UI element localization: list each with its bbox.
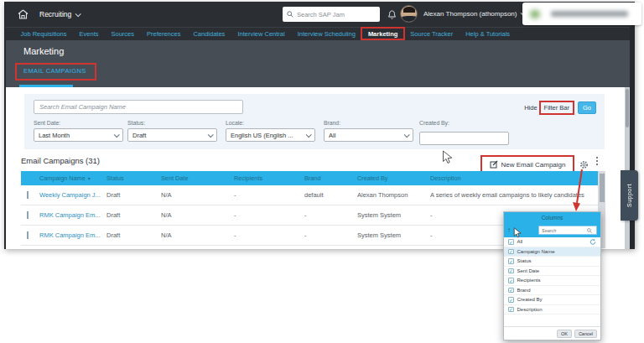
row-checkbox[interactable] (27, 231, 29, 239)
user-name-label: Alexan Thompson (athompson) (423, 10, 517, 18)
nav-tab-interview-central[interactable]: Interview Central (231, 30, 291, 38)
column-sent-date[interactable]: Sent Date (161, 174, 234, 182)
jam-search-input[interactable]: Search SAP Jam (283, 7, 380, 22)
nav-tab-help-tutorials[interactable]: Help & Tutorials (460, 30, 517, 38)
search-icon (587, 228, 592, 233)
column-option-label: Sent Date (517, 268, 540, 273)
column-option-label: Created By (517, 297, 543, 302)
columns-popup-toolbar: ↑ ↓ (504, 223, 600, 237)
cell-sent-date: N/A (161, 191, 234, 199)
checkbox-checked-icon[interactable] (508, 288, 514, 294)
page-scrollbar[interactable] (625, 87, 630, 249)
move-down-icon[interactable]: ↓ (514, 227, 517, 234)
column-option-description[interactable]: Description (504, 305, 600, 315)
column-brand[interactable]: Brand (304, 174, 357, 182)
reset-icon[interactable] (589, 239, 596, 245)
column-option-sent-date[interactable]: Sent Date (504, 267, 600, 277)
user-avatar[interactable] (400, 5, 418, 23)
cell-created-by: System System (357, 211, 430, 219)
checkbox-checked-icon[interactable] (508, 249, 514, 255)
column-created-by[interactable]: Created By (357, 174, 430, 182)
module-label: Recruiting (39, 10, 71, 18)
cell-status: Draft (106, 211, 161, 219)
go-button[interactable]: Go (578, 101, 596, 114)
checkbox-checked-icon[interactable] (508, 297, 514, 303)
column-option-recipients[interactable]: Recipients (504, 276, 600, 286)
table-header-row: Campaign Name▾ Status Sent Date Recipien… (21, 171, 598, 185)
sent-date-field: Sent Date: Last Month (34, 120, 123, 142)
row-checkbox[interactable] (27, 191, 29, 199)
column-option-created-by[interactable]: Created By (504, 295, 600, 305)
sent-date-value: Last Month (39, 132, 114, 139)
hide-filter-bar-button[interactable]: Hide Filter Bar (524, 101, 574, 115)
brand-select[interactable]: All (324, 128, 413, 142)
nav-tab-sources[interactable]: Sources (105, 30, 141, 38)
row-checkbox[interactable] (27, 211, 29, 219)
checkbox-checked-icon[interactable] (508, 258, 514, 264)
checkbox-checked-icon[interactable] (508, 268, 514, 274)
user-menu[interactable]: Alexan Thompson (athompson) (423, 10, 525, 18)
cancel-button[interactable]: Cancel (574, 330, 597, 338)
column-option-label: All (517, 239, 523, 244)
nav-tab-candidates[interactable]: Candidates (187, 30, 231, 38)
cell-status: Draft (106, 231, 161, 239)
nav-tab-interview-scheduling[interactable]: Interview Scheduling (291, 30, 361, 38)
campaign-name-link[interactable]: Weekly Campaign J... (39, 191, 106, 199)
search-icon (287, 11, 293, 18)
column-option-all[interactable]: All (504, 237, 600, 247)
column-option-campaign-name[interactable]: Campaign Name (504, 247, 600, 257)
checkbox-checked-icon[interactable] (508, 239, 514, 245)
ok-button[interactable]: OK (557, 330, 572, 338)
nav-tab-marketing-label: Marketing (368, 30, 397, 38)
cell-brand: - (304, 211, 357, 219)
chevron-down-icon (75, 11, 81, 17)
module-nav: Job Requisitions Events Sources Preferen… (6, 27, 630, 40)
nav-tab-source-tracker[interactable]: Source Tracker (404, 30, 460, 38)
nav-tab-job-requisitions[interactable]: Job Requisitions (14, 30, 73, 38)
created-by-input[interactable] (419, 132, 509, 145)
column-recipients[interactable]: Recipients (234, 174, 304, 182)
screenshot-canvas: Recruiting Search SAP Jam Alexan Thompso… (0, 0, 644, 343)
columns-popup-footer: OK Cancel (504, 326, 600, 340)
overflow-menu-icon[interactable] (594, 157, 600, 165)
home-icon[interactable] (18, 8, 29, 20)
table-row: Weekly Campaign J... Draft N/A - default… (21, 185, 598, 205)
sent-date-label: Sent Date: (34, 120, 123, 126)
sent-date-select[interactable]: Last Month (34, 128, 123, 142)
campaign-name-search-input[interactable] (34, 100, 243, 114)
columns-search-input[interactable] (542, 228, 587, 233)
cell-created-by: Alexan Thompson (357, 191, 430, 199)
chevron-down-icon (114, 132, 120, 138)
notifications-bell-icon[interactable] (387, 8, 397, 23)
checkbox-checked-icon[interactable] (508, 307, 514, 313)
column-option-label: Recipients (517, 278, 541, 283)
filter-panel: Hide Filter Bar Go Sent Date: Last Month… (24, 94, 605, 149)
nav-tab-preferences[interactable]: Preferences (140, 30, 186, 38)
module-selector[interactable]: Recruiting (39, 10, 80, 18)
columns-popup-title: Columns (504, 212, 600, 223)
sort-descending-icon: ▾ (88, 175, 91, 181)
status-value: Draft (132, 132, 208, 139)
column-option-label: Brand (517, 288, 531, 293)
column-status[interactable]: Status (106, 174, 161, 182)
cell-recipients: - (234, 211, 304, 219)
campaign-name-link[interactable]: RMK Campaign Em... (39, 211, 106, 219)
column-campaign-name[interactable]: Campaign Name▾ (39, 174, 106, 182)
chevron-down-icon (306, 132, 312, 138)
support-tab[interactable]: Support (621, 170, 638, 221)
nav-tab-events[interactable]: Events (73, 30, 105, 38)
page-header: Marketing EMAIL CAMPAIGNS (6, 40, 630, 87)
column-option-label: Campaign Name (517, 249, 555, 254)
column-option-status[interactable]: Status (504, 257, 600, 267)
hide-label-prefix: Hide (524, 104, 537, 112)
nav-tab-marketing[interactable]: Marketing (361, 30, 403, 38)
checkbox-checked-icon[interactable] (508, 278, 514, 283)
columns-search-box[interactable] (538, 226, 597, 235)
locale-select[interactable]: English US (English ... (226, 128, 315, 142)
campaign-name-link[interactable]: RMK Campaign Em... (39, 231, 106, 239)
move-up-icon[interactable]: ↑ (507, 227, 511, 234)
column-description[interactable]: Description (430, 174, 598, 182)
status-select[interactable]: Draft (127, 128, 217, 142)
column-option-brand[interactable]: Brand (504, 286, 600, 296)
tab-email-campaigns[interactable]: EMAIL CAMPAIGNS (23, 67, 86, 75)
